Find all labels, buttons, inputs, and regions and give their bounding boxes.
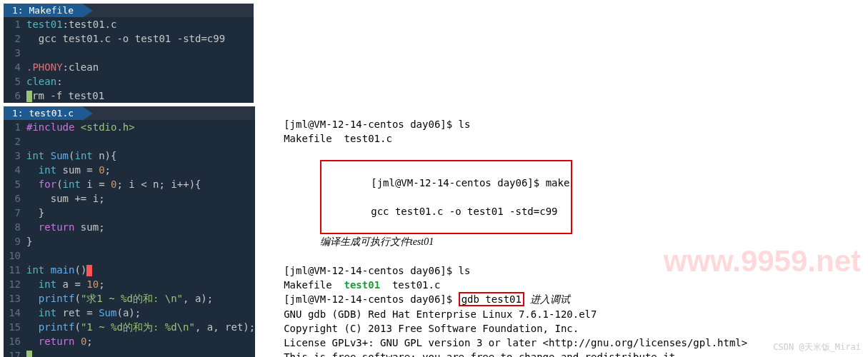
makefile-editor: 1: Makefile 1test01:test01.c2 gcc test01…	[4, 4, 254, 103]
term-line: Makefile test01 test01.c	[284, 278, 868, 292]
tab-bar: 1: Makefile	[4, 4, 254, 17]
term-line: Makefile test01.c	[284, 131, 868, 146]
term-line: [jml@VM-12-14-centos day06]$ make gcc te…	[284, 146, 868, 263]
term-line: [jml@VM-12-14-centos day06]$ ls	[284, 117, 868, 131]
note-debug: 进入调试	[530, 294, 570, 305]
note-compile: 编译生成可执行文件test01	[320, 236, 434, 247]
gcc-output: gcc test01.c -o test01 -std=c99	[371, 206, 557, 217]
tab-makefile[interactable]: 1: Makefile	[4, 4, 82, 17]
tab-test01c[interactable]: 1: test01.c	[4, 106, 82, 120]
term-line: License GPLv3+: GNU GPL version 3 or lat…	[284, 336, 868, 350]
term-line: GNU gdb (GDB) Red Hat Enterprise Linux 7…	[284, 307, 868, 321]
cmd-gdb: gdb test01	[459, 292, 524, 306]
code-body-1[interactable]: 1test01:test01.c2 gcc test01.c -o test01…	[4, 17, 254, 103]
test01-c-editor: 1: test01.c 1#include <stdio.h>23int Sum…	[4, 106, 255, 357]
term-line: Copyright (C) 2013 Free Software Foundat…	[284, 321, 868, 336]
tab-bar: 1: test01.c	[4, 106, 255, 120]
terminal-output[interactable]: [jml@VM-12-14-centos day06]$ ls Makefile…	[284, 106, 868, 357]
cmd-make: [jml@VM-12-14-centos day06]$ make	[371, 177, 569, 188]
code-body-2[interactable]: 1#include <stdio.h>23int Sum(int n){4 in…	[4, 120, 255, 357]
executable-name: test01	[344, 279, 380, 291]
term-line: This is free software: you are free to c…	[284, 350, 868, 357]
term-line: [jml@VM-12-14-centos day06]$ gdb test01 …	[284, 292, 868, 307]
term-line: [jml@VM-12-14-centos day06]$ ls	[284, 263, 868, 278]
